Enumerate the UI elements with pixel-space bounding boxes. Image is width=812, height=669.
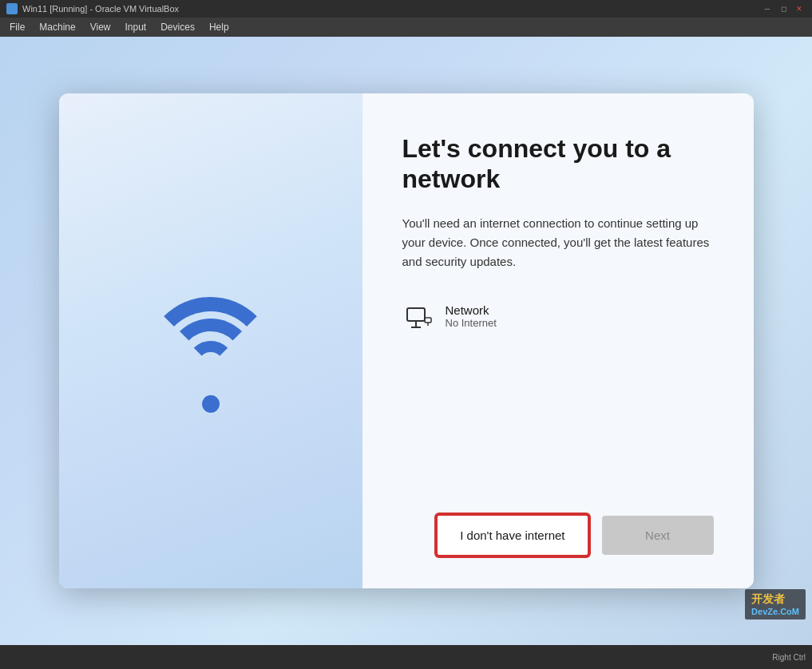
menu-help[interactable]: Help (203, 20, 236, 34)
no-internet-button[interactable]: I don't have internet (436, 514, 588, 556)
virtualbox-icon (6, 3, 18, 14)
close-button[interactable]: ✕ (793, 3, 806, 14)
wifi-arc-inner (187, 341, 235, 389)
minimize-button[interactable]: ─ (761, 3, 774, 14)
left-panel (59, 93, 362, 588)
watermark: 开发者 DevZe.CoM (745, 589, 806, 620)
network-text: Network No Internet (446, 303, 497, 329)
titlebar: Win11 [Running] - Oracle VM VirtualBox ─… (0, 0, 812, 18)
dialog-title: Let's connect you to a network (402, 133, 714, 195)
next-button[interactable]: Next (602, 516, 714, 555)
dialog-description: You'll need an internet connection to co… (402, 214, 714, 271)
watermark-line2: DevZe.CoM (751, 607, 799, 616)
network-status: No Internet (446, 317, 497, 329)
network-icon (402, 303, 434, 335)
restore-button[interactable]: ◻ (777, 3, 790, 14)
content-area: Let's connect you to a network You'll ne… (402, 133, 714, 498)
menu-input[interactable]: Input (119, 20, 153, 34)
statusbar: Right Ctrl (0, 645, 812, 669)
titlebar-title: Win11 [Running] - Oracle VM VirtualBox (22, 4, 179, 14)
menubar: File Machine View Input Devices Help (0, 18, 812, 37)
buttons-area: I don't have internet Next (402, 498, 714, 556)
wifi-illustration (131, 261, 291, 421)
menu-machine[interactable]: Machine (33, 20, 81, 34)
menu-view[interactable]: View (84, 20, 117, 34)
wifi-dot (202, 395, 220, 413)
svg-rect-0 (407, 308, 425, 321)
menu-devices[interactable]: Devices (154, 20, 201, 34)
setup-dialog: Let's connect you to a network You'll ne… (59, 93, 754, 588)
network-item: Network No Internet (402, 297, 714, 342)
vm-area: Let's connect you to a network You'll ne… (0, 37, 812, 645)
svg-rect-3 (425, 318, 431, 323)
right-ctrl-label: Right Ctrl (772, 653, 806, 662)
menu-file[interactable]: File (3, 20, 31, 34)
right-panel: Let's connect you to a network You'll ne… (362, 93, 754, 588)
watermark-line1: 开发者 (751, 592, 799, 607)
titlebar-left: Win11 [Running] - Oracle VM VirtualBox (6, 3, 179, 14)
network-name: Network (446, 303, 497, 317)
titlebar-controls: ─ ◻ ✕ (761, 3, 806, 14)
